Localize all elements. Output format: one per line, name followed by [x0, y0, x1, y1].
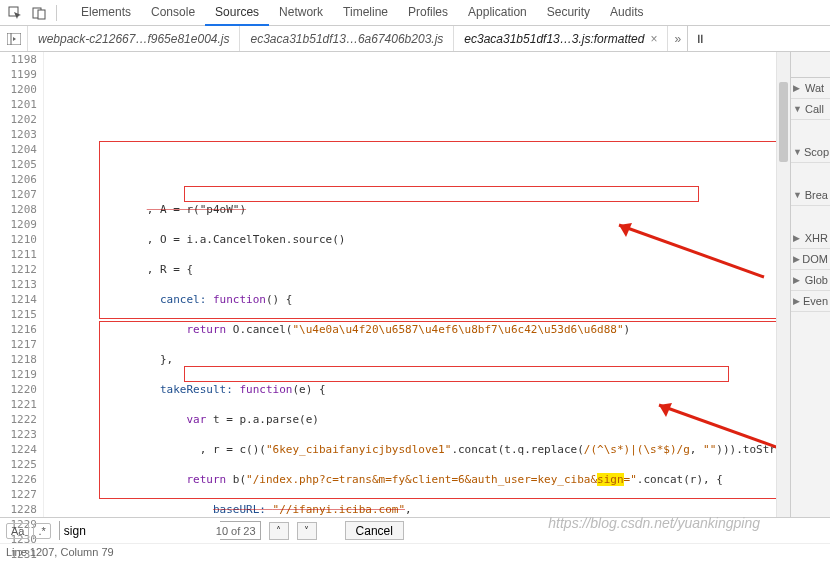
search-count: 10 of 23: [216, 525, 260, 537]
tab-security[interactable]: Security: [537, 0, 600, 26]
annotation-arrow-1: [564, 202, 774, 306]
code-editor[interactable]: , A = r("p4oW") , O = i.a.CancelToken.so…: [44, 52, 790, 517]
annotation-box-1a: [184, 186, 699, 202]
tab-console[interactable]: Console: [141, 0, 205, 26]
tab-sources[interactable]: Sources: [205, 0, 269, 26]
search-prev-button[interactable]: ˄: [269, 522, 289, 540]
file-tabs-bar: webpack-c212667…f965e81e004.js ec3aca31b…: [0, 26, 830, 52]
match-case-toggle[interactable]: Aa: [6, 523, 29, 539]
status-bar: Line 1207, Column 79: [0, 543, 830, 561]
main-area: 1198119912001201120212031204120512061207…: [0, 52, 830, 517]
divider: [56, 5, 57, 21]
search-next-button[interactable]: ˅: [297, 522, 317, 540]
inspect-icon[interactable]: [4, 3, 26, 23]
line-gutter: 1198119912001201120212031204120512061207…: [0, 52, 44, 517]
svg-rect-2: [38, 10, 45, 19]
tab-profiles[interactable]: Profiles: [398, 0, 458, 26]
annotation-arrow-2: [604, 382, 790, 486]
cursor-position: Line 1207, Column 79: [6, 546, 114, 558]
debugger-sidebar: ▶Wat ▼Call ▼Scop ▼Brea ▶XHR ▶DOM ▶Glob ▶…: [790, 52, 830, 517]
side-callstack[interactable]: ▼Call: [791, 99, 830, 120]
side-breakpoints[interactable]: ▼Brea: [791, 185, 830, 206]
search-input[interactable]: [60, 521, 220, 540]
close-icon[interactable]: ×: [650, 32, 657, 46]
device-toggle-icon[interactable]: [28, 3, 50, 23]
tab-timeline[interactable]: Timeline: [333, 0, 398, 26]
side-watch[interactable]: ▶Wat: [791, 78, 830, 99]
navigator-toggle-icon[interactable]: [0, 26, 28, 51]
file-tab-0[interactable]: webpack-c212667…f965e81e004.js: [28, 26, 240, 51]
annotation-box-2a: [184, 366, 729, 382]
file-tab-label: ec3aca31b51df13…3.js:formatted: [464, 32, 644, 46]
tab-network[interactable]: Network: [269, 0, 333, 26]
side-dom[interactable]: ▶DOM: [791, 249, 830, 270]
side-global[interactable]: ▶Glob: [791, 270, 830, 291]
side-scope[interactable]: ▼Scop: [791, 142, 830, 163]
more-tabs-icon[interactable]: »: [674, 32, 681, 46]
side-event[interactable]: ▶Even: [791, 291, 830, 312]
tab-application[interactable]: Application: [458, 0, 537, 26]
file-tab-2[interactable]: ec3aca31b51df13…3.js:formatted×: [454, 26, 668, 51]
vertical-scrollbar[interactable]: [776, 52, 790, 517]
regex-toggle[interactable]: .*: [33, 523, 50, 539]
devtools-toolbar: Elements Console Sources Network Timelin…: [0, 0, 830, 26]
svg-marker-5: [13, 37, 16, 41]
file-tab-1[interactable]: ec3aca31b51df13…6a67406b203.js: [240, 26, 454, 51]
panel-tabs: Elements Console Sources Network Timelin…: [71, 0, 653, 26]
cancel-button[interactable]: Cancel: [345, 521, 404, 540]
file-tab-label: webpack-c212667…f965e81e004.js: [38, 32, 229, 46]
side-xhr[interactable]: ▶XHR: [791, 228, 830, 249]
tab-elements[interactable]: Elements: [71, 0, 141, 26]
file-tab-label: ec3aca31b51df13…6a67406b203.js: [250, 32, 443, 46]
pause-icon[interactable]: ⏸: [694, 32, 706, 46]
scrollbar-thumb[interactable]: [779, 82, 788, 162]
tab-audits[interactable]: Audits: [600, 0, 653, 26]
search-bar: Aa .* 10 of 23 ˄ ˅ Cancel: [0, 517, 830, 543]
